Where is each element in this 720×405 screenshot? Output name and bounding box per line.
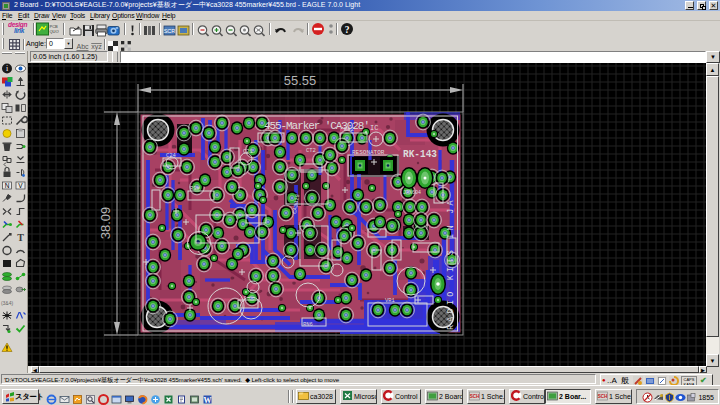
svg-text:xyz: xyz [91, 43, 102, 51]
svg-text:?: ? [345, 25, 350, 35]
svg-text:55.55: 55.55 [284, 73, 317, 88]
svg-text:Abc: Abc [76, 43, 89, 50]
svg-text:V: V [18, 182, 23, 189]
svg-text:C24: C24 [166, 152, 177, 159]
svg-text:IC: IC [370, 124, 378, 132]
svg-text:C21: C21 [243, 148, 254, 155]
svg-text:(3&4): (3&4) [1, 300, 14, 306]
svg-text:RESONATOR: RESONATOR [352, 149, 385, 156]
svg-text:N: N [5, 182, 10, 189]
svg-text:RN6: RN6 [303, 321, 313, 328]
svg-text:VR1: VR1 [385, 297, 396, 304]
svg-text:W: W [204, 396, 212, 405]
svg-text:38.09: 38.09 [98, 207, 113, 240]
svg-text:CT2: CT2 [306, 147, 316, 154]
svg-text:QUOTE: QUOTE [50, 29, 60, 34]
svg-text:SCR: SCR [164, 28, 176, 34]
svg-text:RADIO KITS IN JA: RADIO KITS IN JA [446, 197, 456, 330]
svg-text:JRN604: JRN604 [403, 190, 421, 196]
svg-text:R9#: R9# [190, 185, 201, 192]
svg-text:SCH: SCH [598, 394, 608, 399]
svg-text:T: T [17, 232, 24, 243]
svg-text:R#2: R#2 [344, 126, 354, 133]
svg-text:RK-143: RK-143 [403, 148, 437, 160]
svg-text:SCH: SCH [470, 394, 480, 399]
svg-text:455-Marker 'CA3028': 455-Marker 'CA3028' [264, 120, 370, 132]
